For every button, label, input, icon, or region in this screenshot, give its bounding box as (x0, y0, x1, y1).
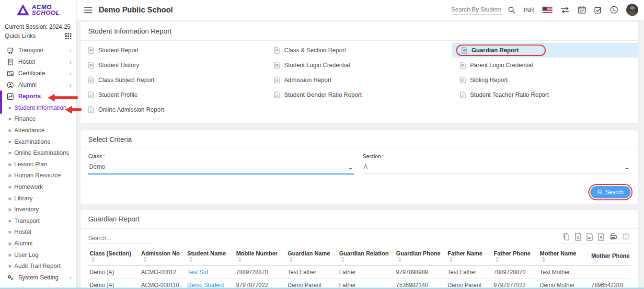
grid-menu-icon[interactable] (65, 33, 71, 39)
col-father-phone[interactable]: Father Phone (492, 247, 538, 266)
sidebar-subitem-homework[interactable]: » Homework (0, 181, 76, 193)
link-student-teacher-ratio-report[interactable]: Student Teacher Ratio Report (452, 88, 638, 103)
col-guardian-phone[interactable]: Guardian Phone (395, 247, 447, 266)
cell-mother-name: Test Mother (539, 266, 590, 279)
student-search-input[interactable] (451, 5, 503, 15)
export-pdf-icon[interactable] (598, 233, 604, 241)
sidebar-subitem-examinations[interactable]: » Examinations (0, 136, 76, 148)
link-class-subject-report[interactable]: Class Subject Report (80, 72, 266, 87)
topbar: ACMO SCHOOL Demo Public School INR (0, 0, 644, 20)
building-icon (7, 58, 14, 66)
currency-selector[interactable]: INR (524, 6, 534, 13)
sidebar-item-reports[interactable]: Reports ‹ (0, 91, 76, 102)
search-button[interactable]: Search (590, 186, 631, 198)
table-header-row: Class (Section) Admission No Student Nam… (88, 247, 631, 266)
col-mobile-number[interactable]: Mobile Number (235, 247, 287, 266)
sidebar-subitem-alumni[interactable]: » Alumni (0, 238, 76, 249)
sidebar-item-system-setting[interactable]: System Setting ‹ (0, 272, 76, 283)
guardian-table: Class (Section) Admission No Student Nam… (88, 247, 631, 289)
bus-icon (7, 47, 14, 54)
criteria-actions: Search (80, 181, 638, 204)
col-guardian-relation[interactable]: Guardian Relation (338, 247, 395, 266)
double-angle-icon: » (8, 252, 12, 258)
copy-icon[interactable] (563, 233, 570, 241)
link-student-login-credential[interactable]: Student Login Credential (266, 58, 452, 72)
link-student-history[interactable]: Student History (80, 58, 266, 72)
link-online-admission-report[interactable]: Online Admission Report (80, 103, 266, 117)
col-admission-no[interactable]: Admission No (140, 247, 186, 266)
col-mother-phone[interactable]: Mother Phone (590, 247, 631, 266)
sidebar-item-transport[interactable]: Transport ‹ (0, 45, 76, 56)
class-select[interactable]: Demo ⌄ (88, 159, 354, 174)
user-avatar[interactable] (626, 4, 638, 16)
calendar-icon[interactable] (578, 6, 586, 14)
session-swap-icon[interactable] (561, 7, 570, 13)
sidebar-subitem-online-examinations[interactable]: » Online Examinations (0, 147, 76, 159)
print-icon[interactable] (610, 233, 617, 241)
panel-title: Student Information Report (80, 22, 638, 41)
export-excel-icon[interactable] (575, 233, 581, 241)
brand-logo[interactable]: ACMO SCHOOL (0, 0, 77, 20)
chevron-collapse-icon: ‹ (69, 70, 71, 77)
tasks-icon[interactable] (594, 6, 602, 14)
search-icon (598, 189, 603, 195)
link-admission-report[interactable]: Admission Report (266, 72, 452, 87)
table-row: Demo (A) ACMO-00012 Test Std 7889728870 … (88, 266, 631, 279)
double-angle-icon: » (8, 195, 12, 202)
sidebar-subitem-student-information[interactable]: » Student Information (0, 102, 76, 114)
link-student-profile[interactable]: Student Profile (80, 88, 266, 103)
cell-guardian-phone: 9797898989 (395, 266, 447, 279)
sort-icon (289, 257, 293, 262)
link-class-section-report[interactable]: Class & Section Report (266, 43, 452, 58)
hamburger-menu-icon[interactable] (84, 7, 92, 13)
sidebar-subitem-lesson-plan[interactable]: » Lesson Plan (0, 159, 76, 170)
class-field: Class* Demo ⌄ (88, 153, 354, 174)
link-parent-login-credential[interactable]: Parent Login Credential (452, 58, 638, 72)
search-icon[interactable] (508, 6, 516, 14)
sidebar-subitem-audit-trail-report[interactable]: » Audit Trail Report (0, 260, 76, 272)
cell-admission-no: ACMO-00012 (140, 266, 186, 279)
sort-icon (542, 257, 545, 262)
required-asterisk: * (103, 153, 105, 159)
chevron-collapse-icon: ‹ (69, 47, 71, 54)
link-sibling-report[interactable]: Sibling Report (452, 72, 638, 87)
sidebar-subitem-library[interactable]: » Library (0, 193, 76, 204)
sidebar-item-certificate[interactable]: Certificate ‹ (0, 68, 76, 79)
document-icon (460, 92, 466, 98)
section-select[interactable]: A ⌄ (363, 159, 631, 174)
guardian-report-panel: Guardian Report Class (S (80, 210, 638, 289)
document-icon (460, 77, 466, 83)
sidebar-nav: Transport ‹ Hostel ‹ Certificate ‹ Alumn… (0, 43, 76, 283)
sidebar-subitem-finance[interactable]: » Finance (0, 114, 76, 125)
col-father-name[interactable]: Father Name (446, 247, 492, 266)
col-guardian-name[interactable]: Guardian Name (286, 247, 338, 266)
link-student-report[interactable]: Student Report (80, 43, 266, 58)
student-name-link[interactable]: Test Std (186, 266, 235, 279)
table-search-input[interactable] (88, 233, 153, 243)
sidebar-subitem-inventory[interactable]: » Inventory (0, 204, 76, 215)
sort-icon (143, 257, 147, 262)
link-student-gender-ratio-report[interactable]: Student Gender Ratio Report (266, 88, 452, 103)
col-class-section[interactable]: Class (Section) (88, 247, 140, 266)
sidebar-subitem-transport[interactable]: » Transport (0, 215, 76, 227)
sidebar-subitem-hostel[interactable]: » Hostel (0, 227, 76, 238)
logo-triangle-icon (16, 4, 30, 16)
sidebar-subitem-user-log[interactable]: » User Log (0, 249, 76, 261)
alumni-icon (7, 81, 14, 89)
column-visibility-icon[interactable] (622, 233, 630, 241)
export-csv-icon[interactable] (586, 233, 593, 241)
language-flag-icon[interactable] (542, 7, 552, 13)
whatsapp-icon[interactable] (610, 6, 618, 14)
chevron-collapse-icon: ‹ (69, 82, 71, 88)
double-angle-icon: » (8, 218, 12, 224)
link-guardian-report[interactable]: Guardian Report (452, 43, 638, 58)
sidebar-item-alumni[interactable]: Alumni ‹ (0, 79, 76, 91)
report-links-column-2: Class & Section Report Student Login Cre… (266, 43, 452, 117)
sidebar-subitem-human-resource[interactable]: » Human Resource (0, 170, 76, 182)
quick-links[interactable]: Quick Links (0, 31, 76, 43)
col-mother-name[interactable]: Mother Name (539, 247, 590, 266)
sidebar-item-hostel[interactable]: Hostel ‹ (0, 56, 76, 68)
sidebar-subitem-attendance[interactable]: » Attendance (0, 125, 76, 136)
col-student-name[interactable]: Student Name (186, 247, 235, 266)
sort-icon (238, 257, 242, 262)
